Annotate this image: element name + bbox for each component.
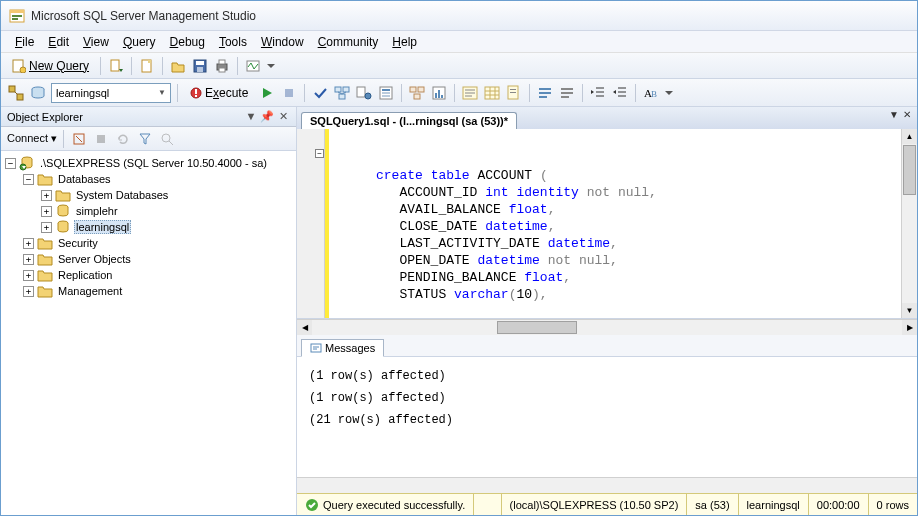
svg-rect-24 — [335, 87, 341, 92]
menu-window[interactable]: Window — [255, 33, 310, 51]
expand-icon[interactable]: + — [41, 206, 52, 217]
svg-rect-14 — [219, 68, 225, 72]
expand-icon[interactable]: + — [23, 270, 34, 281]
indent-icon[interactable] — [589, 84, 607, 102]
stop-icon[interactable] — [92, 130, 110, 148]
include-actual-plan-icon[interactable] — [408, 84, 426, 102]
messages-scrollbar[interactable] — [297, 477, 917, 493]
execute-label: Execute — [205, 86, 248, 100]
expand-icon[interactable]: + — [23, 238, 34, 249]
scroll-right-icon[interactable]: ▶ — [902, 320, 917, 335]
expand-icon[interactable]: + — [41, 190, 52, 201]
query-options-icon[interactable] — [355, 84, 373, 102]
tree-security[interactable]: + Security — [3, 235, 294, 251]
intellisense-icon[interactable] — [377, 84, 395, 102]
svg-rect-40 — [438, 90, 440, 98]
results-grid-icon[interactable] — [483, 84, 501, 102]
parse-check-icon[interactable] — [311, 84, 329, 102]
collapse-icon[interactable]: − — [5, 158, 16, 169]
menu-file[interactable]: File — [9, 33, 40, 51]
menu-debug[interactable]: Debug — [164, 33, 211, 51]
status-bar: Query executed successfully. (local)\SQL… — [297, 493, 917, 515]
messages-output[interactable]: (1 row(s) affected) (1 row(s) affected) … — [297, 357, 917, 477]
svg-rect-23 — [285, 89, 293, 97]
expand-icon[interactable]: + — [41, 222, 52, 233]
tab-sqlquery[interactable]: SQLQuery1.sql - (l...rningsql (sa (53))* — [301, 112, 517, 129]
scroll-thumb[interactable] — [497, 321, 577, 334]
menu-community[interactable]: Community — [312, 33, 385, 51]
refresh-icon[interactable] — [114, 130, 132, 148]
new-query-button[interactable]: New Query — [7, 57, 94, 75]
new-file-icon[interactable] — [138, 57, 156, 75]
tree-db-simplehr-label: simplehr — [74, 205, 120, 217]
tab-close-icon[interactable]: ✕ — [903, 109, 911, 120]
specify-values-icon[interactable]: AB — [642, 84, 660, 102]
tree-system-databases[interactable]: + System Databases — [3, 187, 294, 203]
dropdown-icon[interactable] — [266, 57, 276, 75]
dropdown-icon[interactable] — [664, 84, 674, 102]
uncomment-icon[interactable] — [558, 84, 576, 102]
document-tabs: SQLQuery1.sql - (l...rningsql (sa (53))*… — [297, 107, 917, 129]
activity-monitor-icon[interactable] — [244, 57, 262, 75]
stop-icon[interactable] — [280, 84, 298, 102]
vertical-scrollbar[interactable]: ▲ ▼ — [901, 129, 917, 318]
code-text[interactable]: create table ACCOUNT ( ACCOUNT_ID int id… — [329, 129, 901, 318]
change-connection-icon[interactable] — [7, 84, 25, 102]
tree-management[interactable]: + Management — [3, 283, 294, 299]
search-icon[interactable] — [158, 130, 176, 148]
close-icon[interactable]: ✕ — [276, 110, 290, 123]
status-success: Query executed successfully. — [297, 494, 474, 515]
code-editor[interactable]: − create table ACCOUNT ( ACCOUNT_ID int … — [297, 129, 917, 319]
scroll-up-icon[interactable]: ▲ — [902, 129, 917, 144]
tree-db-simplehr[interactable]: + simplehr — [3, 203, 294, 219]
available-db-icon[interactable] — [29, 84, 47, 102]
tree-db-learningsql-label: learningsql — [74, 220, 131, 234]
database-combo[interactable]: learningsql ▼ — [51, 83, 171, 103]
print-icon[interactable] — [213, 57, 231, 75]
pin-icon[interactable]: 📌 — [260, 110, 274, 123]
comment-icon[interactable] — [536, 84, 554, 102]
menu-tools[interactable]: Tools — [213, 33, 253, 51]
scroll-left-icon[interactable]: ◀ — [297, 320, 312, 335]
outdent-icon[interactable] — [611, 84, 629, 102]
expand-icon[interactable]: + — [23, 254, 34, 265]
results-file-icon[interactable] — [505, 84, 523, 102]
horizontal-scrollbar[interactable]: ◀ ▶ — [297, 319, 917, 335]
check-icon — [305, 498, 319, 512]
menu-query[interactable]: Query — [117, 33, 162, 51]
collapse-icon[interactable]: − — [23, 174, 34, 185]
menu-view[interactable]: View — [77, 33, 115, 51]
scroll-thumb[interactable] — [903, 145, 916, 195]
filter-icon[interactable] — [136, 130, 154, 148]
tab-messages[interactable]: Messages — [301, 339, 384, 357]
scroll-down-icon[interactable]: ▼ — [902, 303, 917, 318]
menu-help[interactable]: Help — [386, 33, 423, 51]
svg-rect-77 — [311, 344, 321, 352]
tree-server-objects[interactable]: + Server Objects — [3, 251, 294, 267]
tab-dropdown-icon[interactable]: ▼ — [889, 109, 899, 120]
results-text-icon[interactable] — [461, 84, 479, 102]
menu-edit[interactable]: Edit — [42, 33, 75, 51]
status-user: sa (53) — [687, 494, 738, 515]
debug-play-icon[interactable] — [258, 84, 276, 102]
expand-icon[interactable]: + — [23, 286, 34, 297]
outline-collapse-icon[interactable]: − — [315, 149, 324, 158]
save-icon[interactable] — [191, 57, 209, 75]
object-tree[interactable]: − .\SQLEXPRESS (SQL Server 10.50.4000 - … — [1, 151, 296, 515]
connect-button[interactable]: Connect ▾ — [7, 132, 57, 145]
execute-button[interactable]: Execute — [184, 84, 254, 102]
disconnect-icon[interactable] — [70, 130, 88, 148]
messages-icon — [310, 342, 322, 354]
client-stats-icon[interactable] — [430, 84, 448, 102]
dropdown-icon[interactable]: ▼ — [244, 110, 258, 123]
tree-root[interactable]: − .\SQLEXPRESS (SQL Server 10.50.4000 - … — [3, 155, 294, 171]
tree-replication[interactable]: + Replication — [3, 267, 294, 283]
database-icon — [55, 219, 71, 235]
new-db-query-icon[interactable] — [107, 57, 125, 75]
tree-databases[interactable]: − Databases — [3, 171, 294, 187]
tree-db-learningsql[interactable]: + learningsql — [3, 219, 294, 235]
estimated-plan-icon[interactable] — [333, 84, 351, 102]
separator — [454, 84, 455, 102]
svg-line-72 — [169, 141, 173, 145]
open-icon[interactable] — [169, 57, 187, 75]
